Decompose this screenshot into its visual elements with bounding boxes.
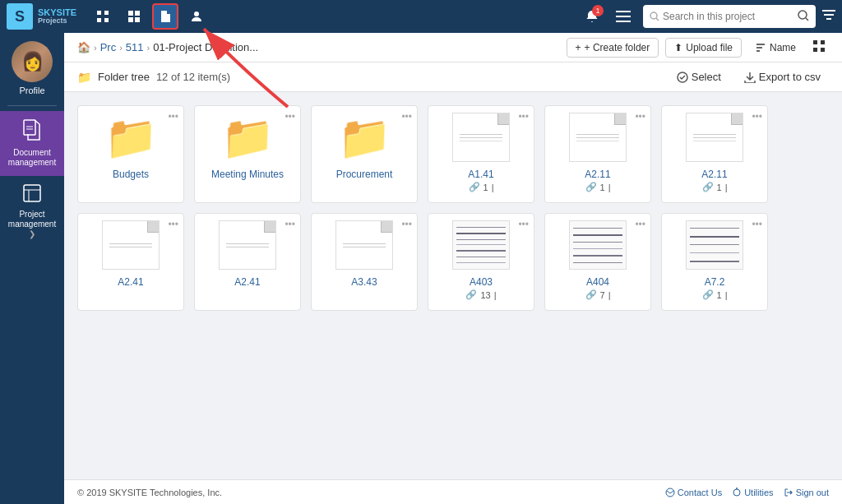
document-management-icon xyxy=(23,119,41,145)
avatar-section: 👩 Profile xyxy=(12,33,53,100)
file-card-a1-41[interactable]: ••• A1.41 🔗 1 | xyxy=(428,105,534,203)
svg-point-16 xyxy=(798,11,807,19)
card-menu-a3-43[interactable]: ••• xyxy=(401,219,412,230)
breadcrumb-511[interactable]: 511 xyxy=(126,41,144,53)
nav-right-section: 1 xyxy=(581,3,835,30)
brand-logo: S SKYSITE Projects xyxy=(7,3,76,30)
folder-icon-budgets: 📁 xyxy=(102,113,160,162)
file-card-a7-2[interactable]: ••• A7.2 🔗 1 | xyxy=(661,213,768,311)
upload-file-button[interactable]: ⬆ Upload file xyxy=(665,38,742,58)
contact-icon xyxy=(665,488,675,497)
sidebar-item-document-management-label: Document management xyxy=(3,148,61,168)
avatar[interactable]: 👩 xyxy=(12,41,53,82)
notification-badge: 1 xyxy=(592,5,604,16)
create-folder-button[interactable]: + + Create folder xyxy=(567,38,659,58)
file-label-a404: A404 xyxy=(586,276,609,288)
file-label-a403: A403 xyxy=(470,276,493,288)
file-meta-a2-11-2: 🔗 1 | xyxy=(702,182,728,192)
folder-bar-right: Select Export to csv xyxy=(669,67,829,86)
file-label-a2-41-2: A2.41 xyxy=(234,276,260,288)
file-label-a7-2: A7.2 xyxy=(705,276,725,288)
contact-us-link[interactable]: Contact Us xyxy=(665,488,722,497)
sidebar-item-project-management[interactable]: Project management ❯ xyxy=(0,176,64,247)
profile-label: Profile xyxy=(19,86,44,95)
file-corner-a2-11-1 xyxy=(614,113,626,125)
svg-rect-21 xyxy=(24,120,35,135)
export-csv-button[interactable]: Export to csv xyxy=(736,67,829,86)
folder-card-budgets[interactable]: ••• 📁 Budgets xyxy=(77,105,184,203)
file-corner-a2-11-2 xyxy=(731,113,743,125)
file-card-a2-11-2[interactable]: ••• A2.11 🔗 1 | xyxy=(661,105,768,203)
file-card-a2-11-1[interactable]: ••• A2.11 🔗 1 | xyxy=(544,105,651,203)
breadcrumb-current: 01-Project Definition... xyxy=(153,41,258,53)
card-menu-budgets[interactable]: ••• xyxy=(168,111,178,123)
svg-point-36 xyxy=(733,489,740,496)
svg-rect-3 xyxy=(104,18,109,22)
file-card-a2-41[interactable]: ••• A2.41 xyxy=(77,213,184,311)
file-card-a2-41-2[interactable]: ••• A2.41 xyxy=(194,213,301,311)
main-layout: 👩 Profile Document management xyxy=(0,33,842,504)
card-menu-a1-41[interactable]: ••• xyxy=(518,111,529,123)
sort-icon xyxy=(755,42,766,53)
svg-rect-1 xyxy=(104,11,109,15)
file-thumb-a2-11-2 xyxy=(686,113,743,162)
item-count: 12 of 12 item(s) xyxy=(156,71,230,83)
file-card-a403[interactable]: ••• A403 🔗 13 | xyxy=(428,213,534,311)
contacts-nav-icon[interactable] xyxy=(183,3,210,30)
sidebar-item-document-management[interactable]: Document management xyxy=(0,111,64,176)
filter-button[interactable] xyxy=(822,9,835,24)
search-input[interactable] xyxy=(663,11,794,22)
notification-button[interactable]: 1 xyxy=(581,5,604,28)
main-content: 🏠 › Prc › 511 › 01-Project Definition...… xyxy=(64,33,842,504)
dashboard-nav-icon[interactable] xyxy=(121,3,147,30)
svg-rect-0 xyxy=(97,11,101,15)
file-card-a404[interactable]: ••• A404 🔗 7 | xyxy=(544,213,651,311)
brand-text: SKYSITE Projects xyxy=(38,7,76,25)
svg-rect-4 xyxy=(128,11,133,16)
svg-rect-31 xyxy=(821,40,825,44)
file-corner-a1-41 xyxy=(497,113,509,125)
card-menu-a7-2[interactable]: ••• xyxy=(752,219,762,230)
search-icon xyxy=(650,12,659,21)
svg-rect-2 xyxy=(97,18,101,22)
select-button[interactable]: Select xyxy=(669,67,729,86)
card-menu-procurement[interactable]: ••• xyxy=(401,111,412,123)
svg-rect-7 xyxy=(135,17,140,22)
folder-icon-procurement: 📁 xyxy=(335,113,393,162)
grid-view-button[interactable] xyxy=(809,36,829,59)
sign-out-link[interactable]: Sign out xyxy=(784,488,829,497)
breadcrumb-prc[interactable]: Prc xyxy=(100,41,117,53)
folder-card-meeting-minutes[interactable]: ••• 📁 Meeting Minutes xyxy=(194,105,301,203)
folder-card-procurement[interactable]: ••• 📁 Procurement xyxy=(311,105,418,203)
svg-point-14 xyxy=(650,12,657,19)
file-label-a2-41: A2.41 xyxy=(118,276,143,288)
file-thumb-a2-41-2 xyxy=(219,220,276,270)
file-label-a2-11-2: A2.11 xyxy=(701,169,727,180)
search-button[interactable] xyxy=(798,10,809,24)
file-meta-a404: 🔗 7 | xyxy=(585,289,611,300)
file-label-a1-41: A1.41 xyxy=(468,169,493,180)
sidebar: 👩 Profile Document management xyxy=(0,33,64,504)
card-menu-a2-41-2[interactable]: ••• xyxy=(285,219,295,230)
folder-icon-meeting-minutes: 📁 xyxy=(219,113,276,162)
file-thumb-a403 xyxy=(452,220,510,270)
card-menu-meeting-minutes[interactable]: ••• xyxy=(285,111,295,123)
card-menu-a2-11-1[interactable]: ••• xyxy=(635,111,645,123)
menu-icon[interactable] xyxy=(610,3,636,30)
utilities-icon xyxy=(732,488,742,497)
folder-label-budgets: Budgets xyxy=(113,169,149,180)
utilities-link[interactable]: Utilities xyxy=(732,488,773,497)
sidebar-item-project-management-label: Project management xyxy=(3,210,61,229)
footer-right: Contact Us Utilities Sign out xyxy=(665,488,829,497)
card-menu-a403[interactable]: ••• xyxy=(518,219,529,230)
card-menu-a2-41[interactable]: ••• xyxy=(168,219,178,230)
card-menu-a2-11-2[interactable]: ••• xyxy=(752,111,762,123)
file-card-a3-43[interactable]: ••• A3.43 xyxy=(311,213,418,311)
grid-nav-icon[interactable] xyxy=(90,3,116,30)
documents-nav-icon[interactable] xyxy=(152,3,178,30)
card-menu-a404[interactable]: ••• xyxy=(635,219,645,230)
home-icon[interactable]: 🏠 xyxy=(77,41,90,53)
folder-label-meeting-minutes: Meeting Minutes xyxy=(211,169,284,180)
breadcrumb-sep-2: › xyxy=(119,43,123,53)
name-sort-button[interactable]: Name xyxy=(748,39,803,57)
